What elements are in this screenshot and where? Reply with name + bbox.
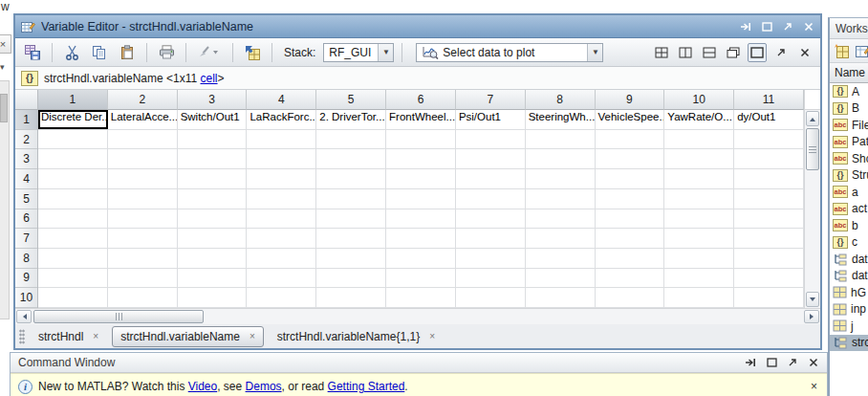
grid-cell[interactable] <box>734 209 804 229</box>
grid-cell[interactable] <box>526 189 596 209</box>
grid-cell[interactable] <box>664 229 734 248</box>
column-header[interactable]: 1 <box>38 90 108 110</box>
grid-cell[interactable] <box>38 288 108 307</box>
row-header[interactable]: 2 <box>15 130 37 150</box>
grid-cell[interactable] <box>664 169 734 188</box>
grid-cell[interactable] <box>734 130 804 149</box>
row-header[interactable]: 8 <box>15 249 37 269</box>
left-panel-dropdown-icon[interactable]: ▾ <box>0 59 11 75</box>
grid-cell[interactable] <box>386 288 456 307</box>
row-header[interactable]: 5 <box>15 189 37 209</box>
tab-close-icon[interactable]: × <box>429 331 435 341</box>
grid-cell[interactable] <box>316 189 386 209</box>
workspace-variable[interactable]: hG <box>830 284 868 301</box>
row-header[interactable]: 7 <box>15 229 37 249</box>
grid-cell[interactable] <box>108 189 178 209</box>
row-header[interactable]: 4 <box>15 169 37 189</box>
grid-cell[interactable] <box>247 169 316 188</box>
grid-cell[interactable]: LaRackForc... <box>247 110 316 129</box>
workspace-name-header[interactable]: Name <box>830 63 868 83</box>
close-icon[interactable] <box>795 43 814 62</box>
edit-variable-icon[interactable] <box>855 44 868 58</box>
single-window-icon[interactable] <box>748 43 767 62</box>
row-header[interactable]: 10 <box>15 288 37 308</box>
grid-cell[interactable] <box>526 169 596 188</box>
grid-cell[interactable] <box>38 189 108 209</box>
grid-cell[interactable] <box>456 229 526 248</box>
grid-cell[interactable] <box>596 288 665 307</box>
grid-cell[interactable] <box>734 288 804 307</box>
grid-cell[interactable] <box>596 269 665 288</box>
print-icon[interactable] <box>155 41 178 64</box>
grid-cell[interactable] <box>526 249 596 268</box>
grid-cell[interactable]: 2. DriverTor... <box>316 110 386 129</box>
cascade-icon[interactable] <box>724 43 743 62</box>
grid-cell[interactable] <box>386 189 456 209</box>
grid-cell[interactable]: Discrete Der... <box>38 110 108 129</box>
grid-cell[interactable] <box>664 149 734 168</box>
grid-cell[interactable] <box>247 149 316 168</box>
grid-cell[interactable] <box>108 229 178 248</box>
video-link[interactable]: Video <box>188 380 217 393</box>
grid-cell[interactable] <box>596 169 665 188</box>
close-icon[interactable] <box>808 357 819 368</box>
row-header[interactable]: 3 <box>15 149 37 169</box>
grid-cell[interactable] <box>247 189 316 209</box>
grid-cell[interactable] <box>108 269 178 288</box>
grid-cell[interactable] <box>178 130 248 149</box>
horizontal-scrollbar-thumb[interactable] <box>33 310 204 323</box>
tab-strcthndl[interactable]: strctHndl × <box>31 327 106 346</box>
maximize-icon[interactable] <box>766 357 777 368</box>
workspace-variable[interactable]: abcb <box>830 217 868 234</box>
grid-cell[interactable] <box>178 269 248 288</box>
grid-cell[interactable] <box>108 288 178 307</box>
grid-cell[interactable] <box>596 130 665 149</box>
column-header[interactable]: 7 <box>456 90 526 110</box>
grid-cell[interactable] <box>178 169 248 188</box>
grid-cell[interactable] <box>664 269 734 288</box>
tab-close-icon[interactable]: × <box>250 331 255 341</box>
dock-icon[interactable] <box>745 357 756 368</box>
grid-cell[interactable] <box>386 130 456 149</box>
grid-cell[interactable] <box>316 169 386 188</box>
banner-close-icon[interactable]: × <box>811 380 819 393</box>
brush-icon[interactable] <box>194 41 225 64</box>
grid-cell[interactable] <box>664 189 734 209</box>
scroll-up-icon[interactable] <box>806 111 819 126</box>
grid-cell[interactable] <box>108 249 178 268</box>
maximize-icon[interactable] <box>761 21 772 33</box>
grid-cell[interactable] <box>664 130 734 149</box>
workspace-variable[interactable]: {}c <box>830 234 868 252</box>
grid-cell[interactable] <box>596 249 665 268</box>
workspace-variable-selected[interactable]: strc <box>830 335 868 352</box>
grid-cell[interactable] <box>178 288 248 307</box>
new-variable-icon[interactable] <box>834 43 849 58</box>
grid-cell[interactable] <box>456 209 526 229</box>
grid-cell[interactable] <box>526 288 596 307</box>
getting-started-link[interactable]: Getting Started <box>328 380 405 393</box>
grid-cell[interactable] <box>316 229 386 248</box>
grid-cell[interactable] <box>316 130 386 149</box>
scroll-down-icon[interactable] <box>806 292 819 307</box>
grid-cell[interactable] <box>386 209 456 229</box>
workspace-variable[interactable]: abcact <box>830 201 868 218</box>
column-header[interactable]: 11 <box>734 90 804 110</box>
grid-cell[interactable] <box>38 209 108 229</box>
close-icon[interactable] <box>803 21 814 33</box>
vertical-scrollbar[interactable] <box>804 90 820 308</box>
grid-cell[interactable] <box>247 269 316 288</box>
tab-strcthndl-variablename-1-1[interactable]: strctHndl.variableName{1,1} × <box>270 327 443 346</box>
grid-cell[interactable]: VehicleSpee... <box>596 110 665 129</box>
grid-cell[interactable] <box>664 209 734 229</box>
vertical-scrollbar-thumb[interactable] <box>806 128 819 170</box>
grid-cell[interactable] <box>526 269 596 288</box>
grid-cell[interactable] <box>178 249 248 268</box>
undock-icon[interactable] <box>782 21 793 33</box>
grid-cell[interactable] <box>247 130 316 149</box>
stack-dropdown[interactable]: RF_GUI ▼ <box>323 43 394 62</box>
cell-link[interactable]: cell <box>201 72 218 85</box>
workspace-variable[interactable]: dat <box>830 268 868 285</box>
grid-cell[interactable] <box>386 169 456 188</box>
column-header[interactable]: 2 <box>108 90 178 110</box>
save-icon[interactable] <box>21 41 44 64</box>
